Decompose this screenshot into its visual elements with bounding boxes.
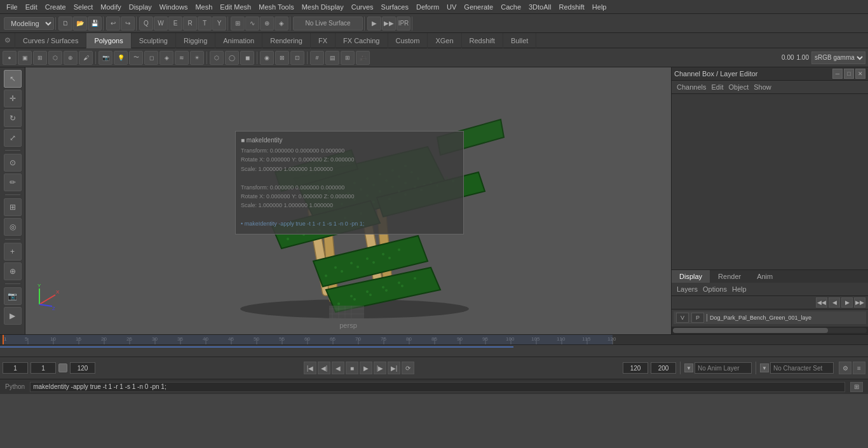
le-tab-display[interactable]: Display (672, 270, 710, 283)
le-next-btn[interactable]: ▶▶ (854, 297, 865, 308)
anim-layer-arrow[interactable]: ▼ (684, 363, 693, 372)
le-scroll-thumb[interactable] (673, 328, 828, 333)
scale-btn[interactable]: R (183, 17, 197, 31)
stop-btn[interactable]: ■ (346, 362, 358, 374)
go-to-end-btn[interactable]: ▶| (388, 362, 400, 374)
workspace-dropdown[interactable]: Modeling (4, 17, 54, 30)
settings-icon[interactable]: ⚙ (0, 33, 15, 48)
save-file-btn[interactable]: 💾 (88, 17, 102, 31)
dynamics-icon[interactable]: ≋ (175, 51, 189, 65)
menu-cache[interactable]: Cache (497, 2, 525, 12)
curve-icon[interactable]: 〜 (129, 51, 143, 65)
open-file-btn[interactable]: 📂 (73, 17, 87, 31)
cb-edit[interactable]: Edit (711, 83, 723, 91)
step-back-btn[interactable]: ◀| (318, 362, 330, 374)
cb-object[interactable]: Object (728, 83, 749, 91)
select-tool-lt[interactable]: ↖ (4, 70, 22, 88)
paint-tool-lt[interactable]: ✏ (4, 173, 22, 191)
range-start-input[interactable] (31, 362, 56, 374)
le-tab-anim[interactable]: Anim (749, 270, 781, 283)
translate-btn[interactable]: W (154, 17, 168, 31)
layer-playback-toggle[interactable]: P (691, 313, 704, 323)
lasso-icon[interactable]: ⊕ (64, 51, 78, 65)
move-tool-lt[interactable]: ✛ (4, 90, 22, 107)
step-forward-btn[interactable]: |▶ (374, 362, 386, 374)
max-end-input[interactable] (651, 362, 676, 374)
timeline-end-input[interactable] (623, 362, 648, 374)
le-nav-options[interactable]: Options (703, 285, 727, 293)
bc-pref-btn[interactable]: ≡ (853, 362, 865, 374)
select-obj-icon[interactable]: ● (3, 51, 17, 65)
select-tool-btn[interactable]: Q (139, 17, 153, 31)
command-input[interactable] (30, 382, 845, 392)
range-thumb[interactable] (58, 363, 67, 372)
undo-btn[interactable]: ↩ (106, 17, 120, 31)
backface-icon[interactable]: ⊡ (290, 51, 304, 65)
le-scrollbar[interactable] (672, 327, 868, 334)
play-back-btn[interactable]: ◀ (332, 362, 344, 374)
rotate-btn[interactable]: E (168, 17, 182, 31)
rp-close-btn[interactable]: ✕ (855, 69, 865, 79)
paint-select-icon[interactable]: 🖌 (79, 51, 93, 65)
tab-rendering[interactable]: Rendering (262, 33, 311, 48)
snap-point-btn[interactable]: ⊕ (260, 17, 274, 31)
bc-settings-btn[interactable]: ⚙ (839, 362, 851, 374)
anim-layer-input[interactable]: No Anim Layer (695, 362, 752, 374)
scrub-area[interactable] (0, 345, 868, 356)
input-icon[interactable]: ⬡ (48, 51, 62, 65)
new-file-btn[interactable]: 🗋 (58, 17, 72, 31)
menu-edit-mesh[interactable]: Edit Mesh (216, 2, 255, 12)
go-to-start-btn[interactable]: |◀ (304, 362, 316, 374)
light-icon[interactable]: 💡 (114, 51, 128, 65)
le-forward-btn[interactable]: ▶ (841, 297, 853, 308)
le-nav-help[interactable]: Help (732, 285, 747, 293)
play-forward-btn[interactable]: ▶ (360, 362, 372, 374)
menu-edit[interactable]: Edit (22, 2, 41, 12)
camera-icon[interactable]: 📷 (98, 51, 112, 65)
menu-windows[interactable]: Windows (156, 2, 192, 12)
show-all-icon[interactable]: ⊞ (341, 51, 355, 65)
tab-curves-surfaces[interactable]: Curves / Surfaces (15, 33, 86, 48)
show-grid-icon[interactable]: # (310, 51, 324, 65)
menu-help[interactable]: Help (588, 2, 611, 12)
hierachy-icon[interactable]: ⊞ (33, 51, 47, 65)
menu-mesh-tools[interactable]: Mesh Tools (255, 2, 297, 12)
menu-curves[interactable]: Curves (348, 2, 377, 12)
tab-bullet[interactable]: Bullet (503, 33, 537, 48)
le-prev-btn[interactable]: ◀◀ (816, 297, 827, 308)
menu-file[interactable]: File (3, 2, 22, 12)
timeline-scrubbar[interactable] (0, 345, 868, 356)
snap-grid-btn[interactable]: ⊞ (231, 17, 245, 31)
rendering-icon[interactable]: ☀ (190, 51, 204, 65)
tab-custom[interactable]: Custom (388, 33, 428, 48)
render-lt[interactable]: ▶ (4, 307, 22, 325)
crease-lt[interactable]: + (4, 243, 22, 261)
camera-lt[interactable]: 📷 (4, 287, 22, 305)
snap-lt[interactable]: ⊕ (4, 262, 22, 280)
menu-generate[interactable]: Generate (460, 2, 497, 12)
timeline-ruler[interactable]: 1 5 10 15 20 25 30 35 (0, 335, 868, 345)
tab-redshift[interactable]: Redshift (462, 33, 503, 48)
snap-curve-btn[interactable]: ∿ (245, 17, 259, 31)
show-hud-icon[interactable]: ▤ (325, 51, 339, 65)
menu-mesh[interactable]: Mesh (191, 2, 216, 12)
le-nav-layers[interactable]: Layers (677, 285, 698, 293)
menu-surfaces[interactable]: Surfaces (377, 2, 412, 12)
soft-select-lt[interactable]: ◎ (4, 218, 22, 236)
menu-3dtoll[interactable]: 3DtoAll (525, 2, 555, 12)
snap-surface-btn[interactable]: ◈ (275, 17, 288, 31)
isolate-icon[interactable]: ◉ (260, 51, 274, 65)
char-set-arrow[interactable]: ▼ (760, 363, 769, 372)
char-set-input[interactable]: No Character Set (770, 362, 834, 374)
scale-tool-lt[interactable]: ⤢ (4, 129, 22, 147)
cb-show[interactable]: Show (754, 83, 771, 91)
smooth-icon[interactable]: ◯ (225, 51, 239, 65)
lasso-tool-lt[interactable]: ⊙ (4, 154, 22, 172)
layer-visibility-toggle[interactable]: V (676, 313, 689, 323)
render-seq-btn[interactable]: ▶▶ (382, 17, 396, 31)
surface-icon[interactable]: ◻ (144, 51, 158, 65)
render-btn[interactable]: ▶ (367, 17, 381, 31)
menu-create[interactable]: Create (41, 2, 70, 12)
menu-modify[interactable]: Modify (97, 2, 125, 12)
menu-deform[interactable]: Deform (412, 2, 443, 12)
